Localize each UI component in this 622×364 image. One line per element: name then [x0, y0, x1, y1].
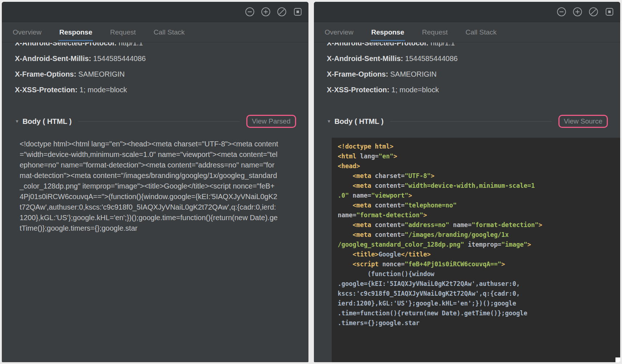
zoom-to-fit-icon[interactable]	[605, 7, 614, 17]
code-line: <meta charset="UTF-8">	[338, 171, 618, 181]
tab-request[interactable]: Request	[110, 22, 136, 42]
header-name: X-Android-Selected-Protocol:	[15, 43, 117, 47]
header-row: X-Android-Selected-Protocol: http/1.1	[15, 43, 296, 48]
code-line: .0" name="viewport">	[338, 191, 618, 201]
header-value: 1; mode=block	[391, 86, 439, 94]
code-line: <title>Google</title>	[338, 250, 618, 259]
tab-overview[interactable]: Overview	[13, 22, 41, 42]
view-source-highlight: View Source	[558, 115, 608, 128]
header-name: X-XSS-Protection:	[15, 86, 77, 94]
code-line: <!doctype html>	[338, 142, 618, 151]
header-row: X-Frame-Options: SAMEORIGIN	[15, 69, 296, 79]
toolbar-right	[314, 2, 621, 22]
reset-zoom-icon[interactable]	[589, 7, 598, 17]
header-row: X-Android-Sent-Millis: 1544585444086	[15, 54, 296, 63]
code-line: (function(){window	[338, 269, 618, 279]
body-section-label: Body ( HTML )	[23, 117, 72, 126]
code-line: name="format-detection">	[338, 210, 618, 220]
header-row: X-Android-Selected-Protocol: http/1.1	[327, 43, 608, 48]
split-view: Overview Response Request Call Stack X-A…	[0, 0, 622, 364]
code-line: .google={kEI:'5IAQXJyVNaiL0gK2t72QAw',au…	[338, 279, 618, 289]
toolbar-left	[2, 2, 308, 22]
view-source-button[interactable]: View Source	[564, 117, 602, 125]
code-line: <meta content="/images/branding/googleg/…	[338, 230, 618, 240]
tab-call-stack[interactable]: Call Stack	[465, 22, 497, 42]
code-line: <head>	[338, 161, 618, 171]
header-row: X-Frame-Options: SAMEORIGIN	[327, 69, 608, 79]
header-name: X-Frame-Options:	[15, 70, 76, 78]
header-name: X-Android-Selected-Protocol:	[327, 43, 429, 47]
header-value: SAMEORIGIN	[78, 70, 125, 78]
tab-request[interactable]: Request	[422, 22, 448, 42]
body-section-header: ▼ Body ( HTML ) View Source	[327, 113, 608, 130]
response-body-source-code: <!doctype html><html lang="en"><head> <m…	[332, 138, 621, 362]
tab-bar-right: Overview Response Request Call Stack	[314, 22, 621, 43]
code-line: /googleg_standard_color_128dp.png" itemp…	[338, 240, 618, 250]
header-value: SAMEORIGIN	[390, 70, 437, 78]
collapse-caret-icon[interactable]: ▼	[327, 119, 331, 124]
tab-overview[interactable]: Overview	[325, 22, 354, 42]
header-value: 1544585444086	[405, 54, 458, 62]
tab-bar-left: Overview Response Request Call Stack	[2, 22, 308, 43]
view-parsed-highlight: View Parsed	[246, 115, 296, 128]
section-divider	[390, 121, 552, 122]
view-parsed-button[interactable]: View Parsed	[252, 117, 290, 125]
header-name: X-XSS-Protection:	[327, 86, 389, 94]
code-line: <script nonce="feB+4Pj01s0iRCW6couvqA=="…	[338, 259, 618, 269]
zoom-out-icon[interactable]	[245, 7, 255, 17]
body-section-header: ▼ Body ( HTML ) View Parsed	[15, 113, 296, 130]
network-inspector-panel-left: Overview Response Request Call Stack X-A…	[2, 2, 308, 362]
code-line: <meta content="address=no" name="format-…	[338, 220, 618, 230]
body-section-label: Body ( HTML )	[334, 117, 383, 126]
code-line: <meta content="telephone=no"	[338, 201, 618, 210]
header-value: http/1.1	[119, 43, 143, 47]
network-inspector-panel-right: Overview Response Request Call Stack X-A…	[314, 2, 621, 362]
code-line: .time=function(){return(new Date).getTim…	[338, 308, 618, 318]
response-content-left: X-Android-Selected-Protocol: http/1.1 X-…	[2, 43, 308, 362]
header-row: X-Android-Sent-Millis: 1544585444086	[327, 54, 608, 63]
header-name: X-Frame-Options:	[327, 70, 388, 78]
zoom-in-icon[interactable]	[573, 7, 582, 17]
code-line: ierd:1200},kGL:'US'};google.kHL='en';})(…	[338, 299, 618, 308]
code-line: <meta content="width=device-width,minimu…	[338, 181, 618, 191]
section-divider	[78, 121, 240, 122]
zoom-to-fit-icon[interactable]	[293, 7, 303, 17]
header-value: http/1.1	[431, 43, 455, 47]
header-row: X-XSS-Protection: 1; mode=block	[15, 85, 296, 94]
response-body-parsed-text: <!doctype html><html lang="en"><head><me…	[20, 139, 278, 234]
tab-call-stack[interactable]: Call Stack	[154, 22, 185, 42]
header-value: 1544585444086	[93, 54, 146, 62]
code-line: .timers={};google.star	[338, 318, 618, 328]
reset-zoom-icon[interactable]	[277, 7, 287, 17]
tab-response[interactable]: Response	[59, 22, 92, 42]
response-headers-list: X-Android-Selected-Protocol: http/1.1 X-…	[15, 43, 296, 101]
response-content-right: X-Android-Selected-Protocol: http/1.1 X-…	[314, 43, 621, 362]
scrollbar-corner	[615, 357, 620, 362]
tab-response[interactable]: Response	[371, 22, 404, 42]
code-line: <html lang="en">	[338, 151, 618, 161]
response-headers-list: X-Android-Selected-Protocol: http/1.1 X-…	[327, 43, 608, 101]
zoom-out-icon[interactable]	[557, 7, 566, 17]
header-value: 1; mode=block	[80, 86, 127, 94]
collapse-caret-icon[interactable]: ▼	[15, 119, 19, 124]
code-line: kscs:'c9c918f0_5IAQXJyVNaiL0gK2t72QAw',q…	[338, 289, 618, 299]
header-name: X-Android-Sent-Millis:	[327, 54, 403, 62]
zoom-in-icon[interactable]	[261, 7, 271, 17]
header-row: X-XSS-Protection: 1; mode=block	[327, 85, 608, 94]
header-name: X-Android-Sent-Millis:	[15, 54, 91, 62]
